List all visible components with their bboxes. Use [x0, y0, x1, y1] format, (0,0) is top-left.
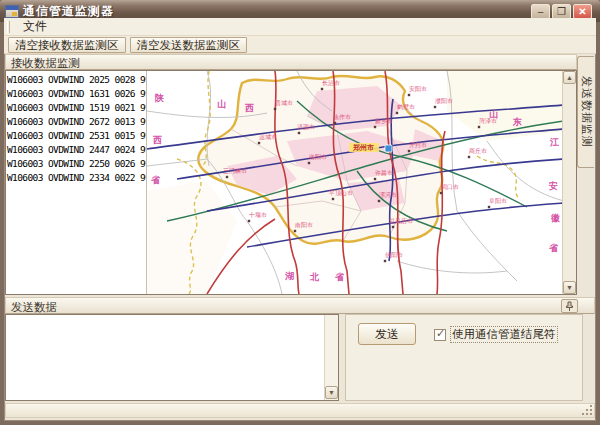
map-city-dot — [373, 178, 375, 180]
menu-item-file[interactable]: 文件 — [15, 17, 55, 36]
scroll-up-icon[interactable]: ▲ — [563, 71, 576, 84]
pipeline-map: 长治市晋城市安阳市濮阳市鹤壁市新乡市焦作市济源市运城市三门峡市洛阳市开封市商丘市… — [147, 71, 563, 294]
receive-data-list[interactable]: W106003 OVDWIND 2025 0028 99W106003 OVDW… — [6, 71, 147, 294]
menu-grip — [7, 21, 10, 33]
menu-bar: 文件 — [4, 18, 596, 36]
map-label: 江 — [549, 137, 559, 147]
map-label: 许昌市 — [375, 169, 393, 177]
map-label: 徽 — [550, 213, 561, 223]
map-label: 山 — [489, 109, 498, 119]
app-window: 通信管道监测器 – ❐ ✕ 文件 清空接收数据监测区 清空发送数据监测区 接收数… — [0, 0, 600, 425]
map-vertical-scrollbar[interactable]: ▲ ▼ — [562, 71, 576, 294]
map-city-dot — [477, 126, 479, 128]
map-city-dot — [487, 206, 489, 208]
map-label: 西 — [244, 103, 254, 113]
clear-send-button[interactable]: 清空发送数据监测区 — [130, 37, 248, 53]
map-city-dot — [433, 106, 435, 108]
resize-grip-icon[interactable] — [581, 404, 593, 416]
receive-data-line[interactable]: W106003 OVDWIND 1631 0026 99 — [7, 87, 145, 101]
send-controls-panel: 发送 使用通信管道结尾符 — [345, 314, 583, 401]
map-label: 西 — [152, 135, 162, 145]
scroll-down-icon[interactable]: ▼ — [325, 386, 338, 399]
map-city-dot — [407, 94, 409, 96]
map-city-dot — [257, 142, 259, 144]
scroll-down-icon[interactable]: ▼ — [563, 281, 576, 294]
dock-tab-strip: 发送数据监测 — [577, 54, 595, 295]
receive-data-line[interactable]: W106003 OVDWIND 2672 0013 99 — [7, 115, 145, 129]
receive-data-line[interactable]: W106003 OVDWIND 1519 0021 99 — [7, 101, 145, 115]
status-bar — [5, 403, 595, 418]
map-label: 三门峡市 — [223, 167, 247, 174]
map-label: 长治市 — [322, 79, 340, 87]
map-station-marker — [385, 145, 392, 152]
receive-data-line[interactable]: W106003 OVDWIND 2334 0022 99 — [7, 171, 145, 185]
map-city-dot — [373, 126, 375, 128]
map-label: 周口市 — [441, 183, 459, 191]
map-city-dot — [297, 132, 299, 134]
map-label: 阜阳市 — [489, 197, 507, 205]
map-city-dot — [407, 150, 409, 152]
map-label: 济源市 — [297, 123, 315, 130]
minimize-button[interactable]: – — [531, 4, 550, 19]
terminator-checkbox-label[interactable]: 使用通信管道结尾符 — [450, 326, 558, 343]
close-button[interactable]: ✕ — [573, 4, 592, 19]
map-label: 省 — [150, 175, 161, 185]
map-label: 东 — [512, 117, 522, 127]
map-city-dot — [383, 260, 385, 262]
app-icon — [5, 5, 19, 18]
map-label: 安阳市 — [409, 85, 427, 93]
receive-data-line[interactable]: W106003 OVDWIND 2025 0028 99 — [7, 73, 145, 87]
clear-receive-button[interactable]: 清空接收数据监测区 — [8, 37, 126, 53]
map-label: 开封市 — [409, 141, 427, 148]
map-label: 晋城市 — [275, 99, 293, 107]
map-label: 运城市 — [259, 133, 277, 140]
map-city-dot — [467, 156, 469, 158]
tab-send-monitor-label: 发送数据监测 — [579, 76, 594, 148]
map-city-dot — [225, 176, 227, 178]
map-label: 陕 — [155, 93, 164, 103]
receive-data-line[interactable]: W106003 OVDWIND 2250 0026 99 — [7, 157, 145, 171]
send-button[interactable]: 发送 — [358, 323, 416, 345]
map-label: 十堰市 — [248, 211, 267, 218]
send-input-scrollbar[interactable]: ▼ — [324, 315, 338, 400]
maximize-button[interactable]: ❐ — [552, 4, 571, 19]
map-label: 新乡市 — [375, 117, 393, 124]
map-label: 安 — [548, 180, 558, 191]
map-label: 驻马店市 — [389, 217, 413, 225]
map-city-dot — [273, 108, 275, 110]
receive-monitor-panel: 接收数据监测 W106003 OVDWIND 2025 0028 99W1060… — [5, 54, 577, 295]
map-label: 省 — [334, 272, 345, 282]
send-data-input[interactable] — [6, 315, 324, 400]
tool-bar: 清空接收数据监测区 清空发送数据监测区 — [4, 36, 596, 54]
map-label: 信阳市 — [385, 251, 403, 259]
map-label: 濮阳市 — [435, 97, 453, 105]
map-label: 平顶山市 — [329, 189, 353, 196]
tab-send-monitor[interactable]: 发送数据监测 — [577, 56, 594, 168]
map-label: 商丘市 — [469, 147, 487, 154]
pin-icon[interactable] — [561, 299, 578, 313]
map-label: 北 — [309, 272, 320, 282]
map-label: 漯河市 — [379, 191, 397, 198]
map-city-dot — [333, 122, 335, 124]
terminator-checkbox[interactable] — [434, 329, 446, 341]
receive-data-line[interactable]: W106003 OVDWIND 2531 0015 99 — [7, 129, 145, 143]
send-data-panel: 发送数据 ▼ 发送 使用通信管道结尾符 — [5, 297, 595, 401]
send-panel-caption: 发送数据 — [11, 301, 57, 313]
map-city-dot — [307, 162, 309, 164]
map-city-dot — [293, 230, 295, 232]
receive-data-line[interactable]: W106003 OVDWIND 2447 0024 99 — [7, 143, 145, 157]
map-label: 焦作市 — [333, 113, 351, 121]
map-label: 鹤壁市 — [397, 103, 415, 111]
map-city-dot — [331, 198, 333, 200]
map-city-dot — [391, 226, 393, 228]
map-label: 洛阳市 — [309, 153, 327, 161]
map-city-dot — [439, 192, 441, 194]
map-label: 湖 — [284, 271, 294, 281]
map-city-dot — [247, 220, 249, 222]
map-city-dot — [395, 112, 397, 114]
map-label: 山 — [217, 99, 226, 109]
map-label: 郑州市 — [352, 143, 374, 152]
map-label: 南阳市 — [295, 221, 313, 229]
map-city-dot — [377, 200, 379, 202]
map-city-dot — [320, 88, 322, 90]
